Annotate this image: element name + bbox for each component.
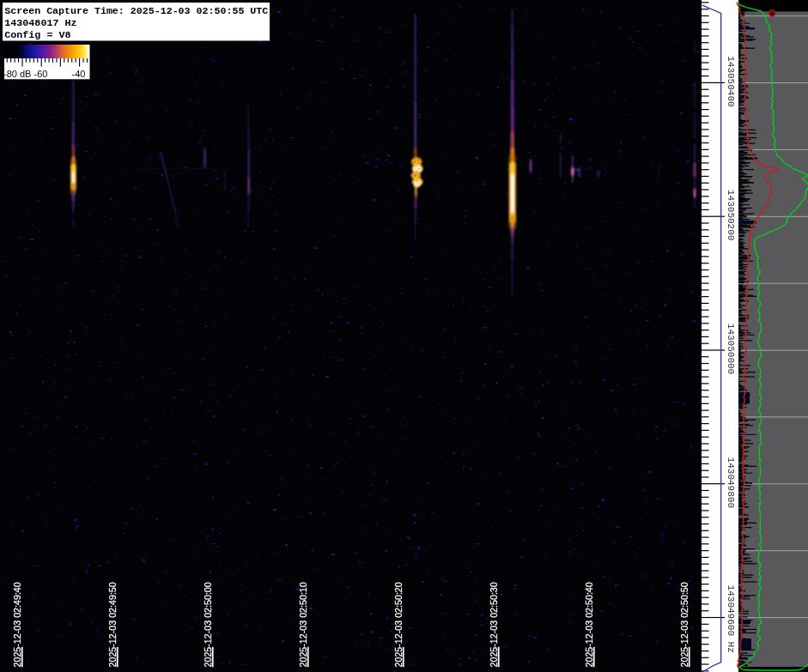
svg-text:2025-12-03 02:50:50: 2025-12-03 02:50:50 <box>679 582 690 667</box>
svg-text:-60: -60 <box>34 69 48 79</box>
svg-text:-80 dB: -80 dB <box>3 69 31 79</box>
svg-text:143050200: 143050200 <box>726 190 736 240</box>
svg-text:2025-12-03 02:50:20: 2025-12-03 02:50:20 <box>393 582 404 667</box>
svg-text:2025-12-03 02:50:00: 2025-12-03 02:50:00 <box>203 582 213 667</box>
svg-text:2025-12-03 02:49:40: 2025-12-03 02:49:40 <box>12 582 22 667</box>
svg-text:143048017 Hz: 143048017 Hz <box>4 17 76 29</box>
svg-text:Screen Capture Time: 2025-12-0: Screen Capture Time: 2025-12-03 02:50:55… <box>4 5 268 17</box>
svg-text:2025-12-03 02:50:30: 2025-12-03 02:50:30 <box>489 582 499 667</box>
svg-text:-40: -40 <box>72 69 86 79</box>
svg-text:2025-12-03 02:50:10: 2025-12-03 02:50:10 <box>298 582 308 667</box>
svg-text:Config = V8: Config = V8 <box>4 29 70 41</box>
svg-text:2025-12-03 02:49:50: 2025-12-03 02:49:50 <box>107 582 118 667</box>
svg-text:143049800: 143049800 <box>726 457 736 508</box>
svg-text:143049600 Hz: 143049600 Hz <box>726 585 736 653</box>
svg-text:143050000: 143050000 <box>726 324 736 374</box>
svg-text:2025-12-03 02:50:40: 2025-12-03 02:50:40 <box>584 582 594 667</box>
svg-text:143050400: 143050400 <box>726 56 736 106</box>
